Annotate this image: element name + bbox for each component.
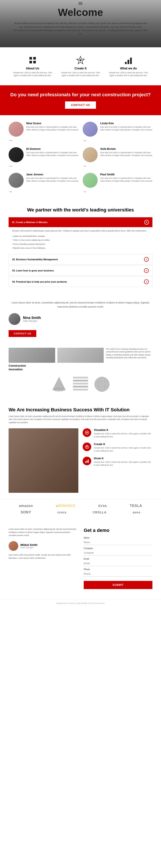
team-name-nina: Nina Scavo bbox=[26, 122, 78, 125]
company-section: Constructioninnovation The result of our… bbox=[0, 343, 161, 401]
form-input-company[interactable] bbox=[84, 550, 153, 556]
universities-section: We partner with the world's leading univ… bbox=[0, 200, 161, 294]
team-arrow-paul[interactable]: → bbox=[83, 190, 153, 194]
shape-cone bbox=[50, 375, 69, 394]
form-input-name[interactable] bbox=[84, 539, 153, 545]
svg-rect-6 bbox=[125, 62, 127, 64]
team-card-paul-inner: Paul Smith Duis aute irure dolor in repr… bbox=[83, 173, 153, 188]
demo-person-role: Sales Manager bbox=[21, 547, 37, 549]
brand-tesla: TESLA bbox=[130, 504, 142, 508]
svg-rect-24 bbox=[88, 460, 89, 463]
company-image-1 bbox=[8, 348, 55, 363]
team-desc-linda: Duis aute irure dolor in reprehenderit i… bbox=[100, 126, 153, 131]
submit-button[interactable]: SUBMIT bbox=[84, 581, 153, 589]
form-input-phone[interactable] bbox=[84, 571, 153, 577]
team-card-di-inner: Di Dowson Duis aute irure dolor in repre… bbox=[8, 147, 78, 162]
avatar-di bbox=[8, 147, 24, 162]
cta-banner: Do you need professionals for your next … bbox=[0, 85, 161, 115]
accordion-title-3: 03. Learn how to grow your business bbox=[12, 269, 54, 272]
avatar-nina bbox=[8, 122, 24, 137]
svg-point-20 bbox=[86, 432, 88, 433]
demo-quote: Quis viverra nibh cras pulvinar mattis. … bbox=[8, 553, 77, 560]
testimonial-info: Nina Smith Sales Manager bbox=[23, 316, 41, 322]
team-card-jane: Jane Jonson Duis aute irure dolor in rep… bbox=[8, 173, 78, 194]
demo-right: Get a demo Name Company Email Phone SUBM… bbox=[84, 528, 153, 589]
form-field-phone: Phone bbox=[84, 568, 153, 577]
it-features: Visualize It Sample text. Click to selec… bbox=[83, 428, 153, 493]
form-label-email: Email bbox=[84, 558, 153, 560]
testimonial-person: Nina Smith Sales Manager bbox=[8, 313, 153, 325]
form-field-name: Name bbox=[84, 537, 153, 545]
company-caption: Constructioninnovation bbox=[8, 364, 55, 371]
accordion-header-2[interactable]: 02. Business Sustainability Management + bbox=[9, 254, 152, 264]
form-field-email: Email bbox=[84, 558, 153, 566]
company-image-2 bbox=[57, 348, 104, 363]
grow-icon bbox=[83, 457, 91, 465]
it-feature-create: Create It Sample text. Click to select t… bbox=[83, 442, 153, 453]
feature-what-title: What we do bbox=[107, 67, 150, 70]
cta-contact-button[interactable]: CONTACT US bbox=[65, 101, 96, 109]
it-feature-create-info: Create It Sample text. Click to select t… bbox=[94, 442, 153, 453]
team-arrow-linda[interactable]: → bbox=[83, 138, 153, 143]
hamburger-menu[interactable] bbox=[78, 2, 83, 5]
svg-point-21 bbox=[86, 446, 88, 447]
brand-crolla: CROLLA bbox=[93, 510, 106, 514]
form-input-email[interactable] bbox=[84, 561, 153, 566]
it-feature-grow-title: Grow It bbox=[94, 457, 153, 460]
brand-binance: ◈BINANCE bbox=[56, 504, 75, 508]
visualize-icon bbox=[83, 428, 91, 437]
form-label-name: Name bbox=[84, 537, 153, 539]
it-feature-visualize-title: Visualize It bbox=[94, 428, 153, 432]
demo-avatar bbox=[8, 541, 18, 551]
it-feature-create-title: Create It bbox=[94, 442, 153, 446]
team-arrow-di[interactable]: → bbox=[8, 164, 78, 168]
team-arrow-sofa[interactable]: → bbox=[83, 164, 153, 168]
form-label-phone: Phone bbox=[84, 568, 153, 570]
team-arrow-nina[interactable]: → bbox=[8, 138, 78, 143]
accordion-header-4[interactable]: 04. Practical tips to help you price you… bbox=[9, 277, 152, 287]
create-icon bbox=[76, 56, 85, 64]
svg-rect-3 bbox=[33, 61, 36, 63]
feature-what-text: Sample text. Click to select the text bo… bbox=[107, 71, 150, 77]
features-section: About Us Sample text. Click to select th… bbox=[0, 47, 161, 85]
demo-left: Lorem ipsum dolor sit amet, consectetur … bbox=[8, 528, 77, 589]
team-section: Nina Scavo Duis aute irure dolor in repr… bbox=[0, 115, 161, 200]
it-person-container bbox=[8, 428, 78, 493]
form-label-company: Company bbox=[84, 547, 153, 550]
team-card-nina-inner: Nina Scavo Duis aute irure dolor in repr… bbox=[8, 122, 78, 137]
svg-rect-22 bbox=[85, 461, 86, 463]
demo-person-info: Mikkel Smith Sales Manager bbox=[21, 543, 37, 549]
demo-left-text: Lorem ipsum dolor sit amet, consectetur … bbox=[8, 528, 77, 537]
accordion-list-item: • Mattis non sed blandit libero volutpat… bbox=[12, 234, 149, 238]
universities-heading: We partner with the world's leading univ… bbox=[8, 207, 153, 213]
it-feature-visualize-info: Visualize It Sample text. Click to selec… bbox=[94, 428, 153, 438]
svg-rect-14 bbox=[73, 386, 88, 388]
testimonial-avatar bbox=[8, 313, 21, 325]
demo-content: Lorem ipsum dolor sit amet, consectetur … bbox=[8, 528, 153, 589]
team-name-linda: Linda Kim bbox=[100, 122, 153, 125]
what-icon bbox=[124, 56, 133, 64]
team-arrow-jane[interactable]: → bbox=[8, 190, 78, 194]
team-info-sofa: Sofa Brown Duis aute irure dolor in repr… bbox=[100, 147, 153, 157]
team-card-sofa-inner: Sofa Brown Duis aute irure dolor in repr… bbox=[83, 147, 153, 162]
accordion-header-1[interactable]: 01. Create a Webinar in Minutes ✕ bbox=[8, 217, 153, 227]
accordion: 01. Create a Webinar in Minutes ✕ Interd… bbox=[8, 217, 153, 287]
about-icon bbox=[28, 56, 37, 64]
accordion-item-1: 01. Create a Webinar in Minutes ✕ Interd… bbox=[8, 217, 153, 253]
footer-note: Sample text is used as a placeholder for… bbox=[0, 600, 161, 607]
svg-rect-0 bbox=[29, 57, 32, 60]
it-feature-visualize-desc: Sample text. Click to select the text bo… bbox=[94, 432, 153, 438]
accordion-body-1: Interdum velit suemet in pellentesque ma… bbox=[8, 227, 153, 253]
svg-rect-2 bbox=[29, 61, 32, 63]
svg-point-16 bbox=[94, 377, 109, 392]
brands-row-1: amazon ◈BINANCE EV3A TESLA bbox=[8, 504, 153, 508]
team-name-paul: Paul Smith bbox=[100, 173, 153, 176]
accordion-header-3[interactable]: 03. Learn how to grow your business + bbox=[9, 266, 152, 276]
team-card-linda-inner: Linda Kim Duis aute irure dolor in repre… bbox=[83, 122, 153, 137]
it-feature-create-desc: Sample text. Click to select the text bo… bbox=[94, 446, 153, 453]
team-card-sofa: Sofa Brown Duis aute irure dolor in repr… bbox=[83, 147, 153, 168]
accordion-item-2: 02. Business Sustainability Management + bbox=[8, 254, 153, 265]
testimonial-role: Sales Manager bbox=[23, 320, 41, 322]
testimonial-contact-button[interactable]: CONTACT US bbox=[8, 330, 36, 337]
brand-sony: SONY bbox=[21, 510, 31, 514]
